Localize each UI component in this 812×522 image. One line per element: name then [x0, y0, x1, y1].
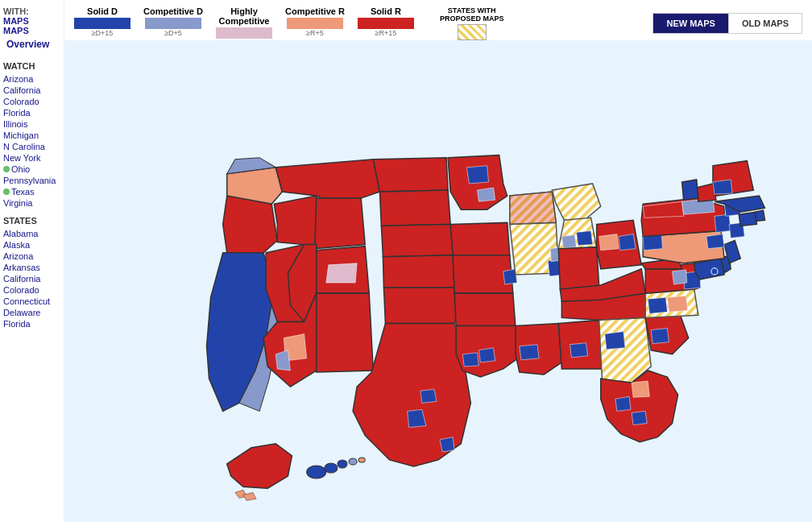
legend-proposed: STATES WITHPROPOSED MAPS	[440, 6, 504, 40]
legend-items: Solid D ≥D+15 Competitive D ≥D+5 HighlyC…	[74, 6, 630, 40]
old-maps-button[interactable]: OLD MAPS	[728, 14, 802, 33]
maps-link-2[interactable]: MAPS	[3, 26, 60, 35]
state-vt[interactable]	[682, 180, 698, 200]
state-ar[interactable]	[454, 293, 516, 325]
sidebar-item-colorado-watch[interactable]: Colorado	[3, 97, 60, 106]
state-sd[interactable]	[379, 190, 450, 226]
sidebar-item-alaska[interactable]: Alaska	[3, 240, 60, 250]
state-wi-proposed[interactable]	[510, 192, 556, 224]
proposed-swatch	[458, 24, 487, 40]
sidebar-item-florida-watch[interactable]: Florida	[3, 108, 60, 118]
sidebar-item-colorado-states[interactable]: Colorado	[3, 285, 60, 295]
legend-solid-r: Solid R ≥R+15	[358, 6, 414, 37]
state-ne[interactable]	[381, 224, 453, 256]
svg-point-5	[338, 460, 347, 468]
legend-bar: Solid D ≥D+15 Competitive D ≥D+5 HighlyC…	[64, 0, 812, 40]
sidebar-item-ohio-watch[interactable]: Ohio	[3, 164, 60, 174]
district-dc	[711, 268, 718, 275]
competitive-r-sublabel: ≥R+5	[306, 29, 324, 37]
state-in[interactable]	[558, 247, 599, 289]
state-ct[interactable]	[739, 212, 756, 226]
highly-competitive-swatch	[216, 27, 272, 39]
svg-point-6	[349, 458, 357, 465]
sidebar-item-illinois-watch[interactable]: Illinois	[3, 119, 60, 129]
state-ri[interactable]	[755, 210, 764, 221]
sidebar-item-nc-watch[interactable]: N Carolina	[3, 142, 60, 151]
sidebar-item-california-states[interactable]: California	[3, 274, 60, 284]
competitive-d-label: Competitive D	[143, 6, 203, 16]
svg-point-3	[307, 466, 326, 478]
legend-competitive-d: Competitive D ≥D+5	[143, 6, 203, 37]
map-svg	[64, 40, 812, 522]
sidebar-item-virginia-watch[interactable]: Virginia	[3, 198, 60, 208]
competitive-d-swatch	[145, 18, 201, 29]
solid-d-swatch	[74, 18, 130, 29]
sidebar-item-arkansas[interactable]: Arkansas	[3, 263, 60, 272]
legend-competitive-r: Competitive R ≥R+5	[285, 6, 345, 37]
overview-link[interactable]: Overview	[3, 35, 60, 53]
proposed-label: STATES WITHPROPOSED MAPS	[440, 6, 504, 23]
svg-point-7	[358, 458, 365, 462]
maps-link-1[interactable]: MAPS	[3, 16, 60, 26]
us-map[interactable]	[64, 40, 812, 522]
sidebar-item-florida-states[interactable]: Florida	[3, 319, 60, 329]
solid-r-swatch	[358, 18, 414, 29]
sidebar-item-delaware[interactable]: Delaware	[3, 308, 60, 317]
state-ia[interactable]	[450, 222, 510, 255]
with-label: WITH: MAPS MAPS	[3, 6, 60, 35]
competitive-r-swatch	[287, 18, 343, 29]
state-or[interactable]	[223, 196, 278, 253]
state-wy[interactable]	[315, 198, 366, 249]
sidebar-item-california-watch[interactable]: California	[3, 85, 60, 95]
highly-competitive-label: HighlyCompetitive	[218, 6, 269, 26]
map-toggle: NEW MAPS OLD MAPS	[652, 13, 802, 34]
solid-d-sublabel: ≥D+15	[92, 29, 114, 37]
solid-r-label: Solid R	[371, 6, 401, 16]
state-ks[interactable]	[383, 255, 454, 288]
watch-header: WATCH	[3, 61, 60, 71]
ohio-dot-icon	[3, 166, 10, 172]
state-nm[interactable]	[317, 293, 374, 372]
competitive-r-label: Competitive R	[285, 6, 345, 16]
legend-solid-d: Solid D ≥D+15	[74, 6, 130, 37]
sidebar-item-arizona-states[interactable]: Arizona	[3, 251, 60, 261]
state-nd[interactable]	[373, 158, 448, 192]
states-header: STATES	[3, 216, 60, 226]
sidebar-item-michigan-watch[interactable]: Michigan	[3, 130, 60, 140]
state-ok[interactable]	[383, 288, 458, 323]
sidebar-item-texas-watch[interactable]: Texas	[3, 187, 60, 197]
solid-d-label: Solid D	[87, 6, 118, 16]
legend-highly-competitive: HighlyCompetitive	[216, 6, 272, 39]
competitive-d-sublabel: ≥D+5	[164, 29, 182, 37]
sidebar-item-pa-watch[interactable]: Pennsylvania	[3, 176, 60, 185]
solid-r-sublabel: ≥R+15	[375, 29, 397, 37]
state-ga[interactable]	[599, 317, 652, 383]
texas-dot-icon	[3, 188, 10, 195]
sidebar-item-ny-watch[interactable]: New York	[3, 153, 60, 163]
sidebar-item-alabama[interactable]: Alabama	[3, 229, 60, 238]
sidebar-item-connecticut[interactable]: Connecticut	[3, 296, 60, 306]
sidebar-item-arizona-watch[interactable]: Arizona	[3, 74, 60, 84]
sidebar: WITH: MAPS MAPS Overview WATCH Arizona C…	[0, 0, 64, 522]
main-content: Solid D ≥D+15 Competitive D ≥D+5 HighlyC…	[64, 0, 812, 522]
svg-point-4	[325, 463, 338, 473]
new-maps-button[interactable]: NEW MAPS	[653, 14, 728, 33]
